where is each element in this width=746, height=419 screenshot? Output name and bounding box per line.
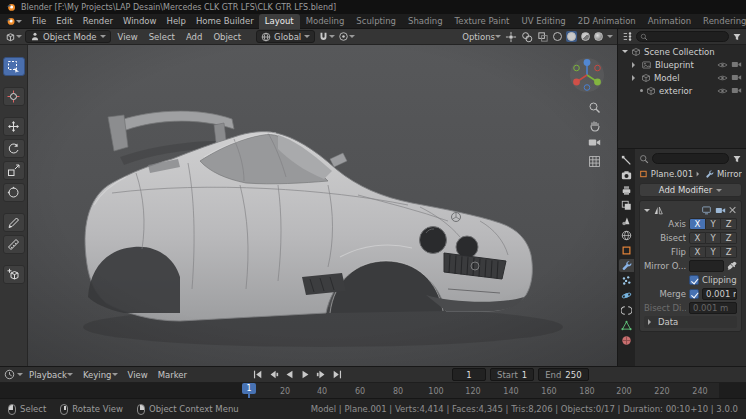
shading-dropdown-icon[interactable] (607, 35, 613, 41)
menu-marker[interactable]: Marker (154, 370, 191, 380)
menu-playback[interactable]: Playback (25, 370, 77, 380)
menu-home-builder[interactable]: Home Builder (191, 14, 259, 29)
menu-object[interactable]: Object (209, 32, 245, 42)
timeline-ruler[interactable]: 0 20 40 60 80 100 120 140 160 180 200 22… (0, 382, 746, 398)
tab-shading[interactable]: Shading (402, 14, 449, 29)
playhead-marker[interactable]: 1 (242, 383, 256, 394)
collapse-icon[interactable] (644, 209, 650, 215)
annotate-tool[interactable] (3, 213, 25, 232)
prev-keyframe-button[interactable] (266, 368, 281, 381)
expand-icon[interactable] (632, 75, 638, 81)
shading-solid-active[interactable] (566, 31, 577, 42)
filter-icon[interactable] (732, 32, 742, 42)
frame-end-field[interactable]: End250 (538, 368, 588, 381)
play-reverse-button[interactable] (282, 368, 297, 381)
axis-z-toggle[interactable]: Z (721, 218, 737, 230)
blender-menu-button[interactable] (0, 16, 27, 26)
breadcrumb-object[interactable]: Plane.001 (651, 169, 693, 179)
perspective-toggle-icon[interactable] (585, 155, 603, 168)
xray-toggle-icon[interactable] (537, 31, 549, 43)
menu-render[interactable]: Render (78, 14, 118, 29)
proportional-edit-toggle[interactable] (338, 31, 355, 42)
expand-icon[interactable] (622, 50, 628, 56)
transform-tool[interactable] (3, 183, 25, 202)
move-tool[interactable] (3, 117, 25, 136)
disable-render-camera-icon[interactable] (731, 86, 742, 95)
flip-y-toggle[interactable]: Y (706, 246, 722, 258)
menu-view[interactable]: View (114, 32, 142, 42)
clipping-checkbox[interactable] (689, 275, 699, 285)
display-in-editmode-icon[interactable] (701, 205, 712, 215)
scale-tool[interactable] (3, 161, 25, 180)
axis-y-toggle[interactable]: Y (706, 218, 722, 230)
bisect-z-toggle[interactable]: Z (721, 232, 737, 244)
axis-x-toggle[interactable]: X (689, 218, 706, 230)
tab-view-layer-properties[interactable] (619, 199, 634, 212)
tab-object-data-properties[interactable] (619, 319, 634, 332)
rotate-tool[interactable] (3, 139, 25, 158)
breadcrumb-modifier[interactable]: Mirror (717, 169, 742, 179)
properties-search-input[interactable] (652, 153, 729, 164)
tab-modeling[interactable]: Modeling (300, 14, 351, 29)
display-in-render-icon[interactable] (715, 206, 726, 215)
bisect-x-toggle[interactable]: X (689, 232, 706, 244)
menu-select[interactable]: Select (145, 32, 179, 42)
tab-uv-editing[interactable]: UV Editing (515, 14, 571, 29)
disable-render-camera-icon[interactable] (731, 60, 742, 69)
menu-edit[interactable]: Edit (51, 14, 77, 29)
mirror-object-field[interactable] (689, 260, 724, 272)
bisect-y-toggle[interactable]: Y (706, 232, 722, 244)
tab-material-properties[interactable] (619, 334, 634, 347)
outliner-editor-icon[interactable] (622, 31, 633, 42)
editor-type-button[interactable] (4, 31, 22, 43)
select-box-tool[interactable] (3, 57, 25, 76)
jump-to-start-button[interactable] (250, 368, 265, 381)
options-dropdown[interactable]: Options (462, 32, 501, 42)
data-subpanel-header[interactable]: Data (644, 316, 737, 328)
menu-keying[interactable]: Keying (79, 370, 122, 380)
hide-viewport-eye-icon[interactable] (717, 87, 728, 95)
expand-icon[interactable] (632, 62, 638, 68)
zoom-icon[interactable] (585, 101, 603, 114)
measure-tool[interactable] (3, 235, 25, 254)
add-cube-tool[interactable] (3, 265, 25, 284)
hide-viewport-eye-icon[interactable] (717, 74, 728, 82)
tab-tool-properties[interactable] (619, 154, 634, 167)
transform-orientation-dropdown[interactable]: Global (256, 30, 315, 43)
modifier-header[interactable] (644, 204, 737, 216)
tab-sculpting[interactable]: Sculpting (350, 14, 402, 29)
show-overlays-icon[interactable] (521, 31, 533, 43)
tab-layout[interactable]: Layout (259, 14, 300, 29)
shading-material-icon[interactable] (581, 32, 590, 41)
cursor-tool[interactable] (3, 87, 25, 106)
play-button[interactable] (298, 368, 313, 381)
tab-constraint-properties[interactable] (619, 304, 634, 317)
navigation-gizmo[interactable] (567, 55, 607, 95)
tab-physics-properties[interactable] (619, 289, 634, 302)
menu-window[interactable]: Window (118, 14, 162, 29)
eyedropper-icon[interactable] (727, 261, 737, 271)
tab-output-properties[interactable] (619, 184, 634, 197)
merge-threshold-field[interactable]: 0.001 m (702, 288, 737, 300)
flip-z-toggle[interactable]: Z (721, 246, 737, 258)
tab-texture-paint[interactable]: Texture Paint (449, 14, 516, 29)
tab-world-properties[interactable] (619, 229, 634, 242)
tab-particle-properties[interactable] (619, 274, 634, 287)
mode-dropdown[interactable]: Object Mode (25, 30, 111, 43)
current-frame-field[interactable]: 1 (452, 368, 486, 381)
menu-add[interactable]: Add (182, 32, 206, 42)
frame-start-field[interactable]: Start1 (490, 368, 534, 381)
show-gizmo-icon[interactable] (505, 31, 517, 43)
shading-rendered-icon[interactable] (594, 32, 603, 41)
outliner-row-exterior[interactable]: exterior (618, 84, 746, 97)
hide-viewport-eye-icon[interactable] (717, 61, 728, 69)
tab-modifier-properties[interactable] (619, 259, 634, 272)
filter-icon[interactable] (732, 154, 742, 164)
tab-animation[interactable]: Animation (642, 14, 697, 29)
outliner-row-model[interactable]: Model (618, 71, 746, 84)
jump-to-end-button[interactable] (330, 368, 345, 381)
pan-hand-icon[interactable] (585, 119, 603, 132)
remove-modifier-icon[interactable] (729, 206, 737, 214)
outliner-row-scene-collection[interactable]: Scene Collection (618, 45, 746, 58)
camera-view-icon[interactable] (585, 137, 603, 148)
